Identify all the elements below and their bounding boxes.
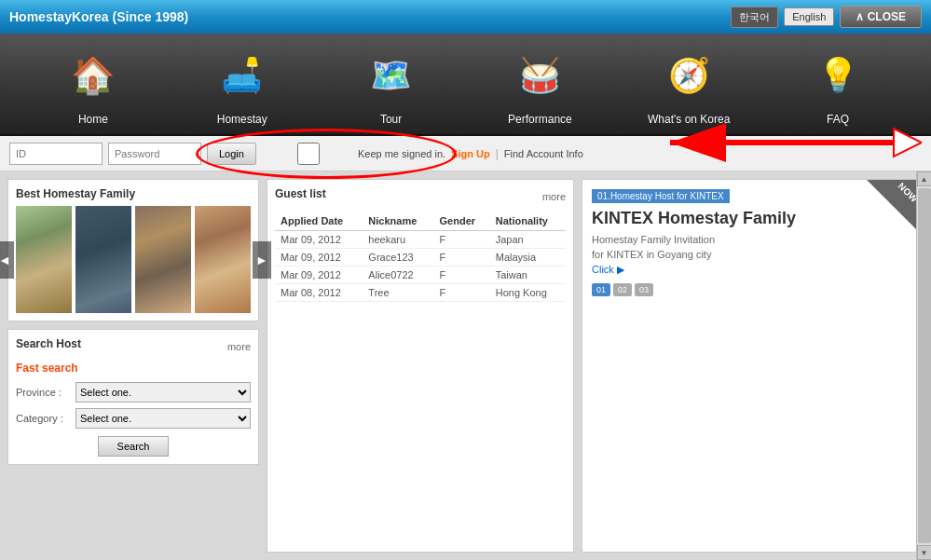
slideshow-container: ◄ ►: [16, 206, 251, 313]
table-row[interactable]: Mar 09, 2012 Grace123 F Malaysia: [275, 249, 566, 266]
search-host-header: Search Host more: [16, 337, 251, 356]
header: HomestayKorea (Since 1998) 한국어 English ∧…: [0, 0, 931, 34]
col-nickname: Nickname: [363, 212, 433, 231]
guest-table: Applied Date Nickname Gender Nationality…: [275, 212, 566, 302]
guest-list-title: Guest list: [275, 187, 326, 200]
home-icon: 🏠: [60, 42, 127, 109]
cell-nationality: Hong Kong: [490, 284, 566, 302]
login-button[interactable]: Login: [207, 143, 256, 165]
compass-icon: 🧭: [655, 42, 722, 109]
left-panel: Best Homestay Family ◄ ► Search Host: [7, 179, 259, 553]
province-row: Province : Select one. Seoul Busan Daegu…: [16, 382, 251, 403]
nav-homestay[interactable]: 🛋️ Homestay: [191, 42, 294, 126]
find-account-link[interactable]: Find Account Info: [504, 148, 583, 159]
signup-link[interactable]: Sign Up: [451, 148, 490, 159]
guest-list-header: Guest list more: [275, 187, 566, 206]
promo-dot-1[interactable]: 01: [592, 283, 610, 296]
slideshow-images: [16, 206, 251, 313]
search-submit-area: Search: [16, 436, 251, 457]
promo-dot-2[interactable]: 02: [613, 283, 632, 296]
nav-whats-on-korea[interactable]: 🧭 What's on Korea: [637, 42, 740, 126]
promo-pagination-dots: 01 02 03: [592, 283, 913, 296]
nav-tour-label: Tour: [380, 113, 402, 126]
promo-click-link[interactable]: Click ▶: [592, 264, 913, 276]
sofa-icon: 🛋️: [209, 42, 276, 109]
cell-gender: F: [434, 266, 490, 284]
nav-performance[interactable]: 🥁 Performance: [488, 42, 591, 126]
guest-list-more-link[interactable]: more: [542, 191, 566, 202]
province-label: Province :: [16, 387, 72, 398]
header-right: 한국어 English ∧ CLOSE: [731, 6, 922, 28]
nav-faq[interactable]: 💡 FAQ: [787, 42, 889, 126]
search-host-section: Search Host more Fast search Province : …: [7, 329, 259, 465]
cell-nationality: Taiwan: [490, 266, 566, 284]
col-applied-date: Applied Date: [275, 212, 363, 231]
page-wrapper: HomestayKorea (Since 1998) 한국어 English ∧…: [0, 0, 931, 560]
cell-nationality: Japan: [490, 231, 566, 249]
table-row[interactable]: Mar 09, 2012 Alice0722 F Taiwan: [275, 266, 566, 284]
slideshow-prev-button[interactable]: ◄: [0, 241, 14, 279]
cell-date: Mar 09, 2012: [275, 266, 363, 284]
promo-desc2: for KINTEX in Goyang city: [592, 249, 913, 260]
cell-nickname: Alice0722: [363, 266, 433, 284]
english-lang-button[interactable]: English: [784, 7, 834, 26]
korean-lang-button[interactable]: 한국어: [731, 7, 778, 28]
cell-date: Mar 08, 2012: [275, 284, 363, 302]
navigation: 🏠 Home 🛋️ Homestay 🗺️ Tour 🥁 Performance…: [0, 34, 931, 136]
table-row[interactable]: Mar 08, 2012 Tree F Hong Kong: [275, 284, 566, 302]
slide-image-3: [135, 206, 191, 313]
slide-image-4: [195, 206, 251, 313]
slide-image-1: [16, 206, 72, 313]
search-host-more-link[interactable]: more: [227, 341, 251, 352]
login-bar: Login Keep me signed in. Sign Up | Find …: [0, 136, 931, 171]
nav-home-label: Home: [78, 113, 108, 126]
cell-nickname: Tree: [363, 284, 433, 302]
col-nationality: Nationality: [490, 212, 566, 231]
cell-date: Mar 09, 2012: [275, 249, 363, 266]
scrollbar-down-button[interactable]: ▼: [917, 545, 932, 560]
nav-homestay-label: Homestay: [217, 113, 267, 126]
nav-home[interactable]: 🏠 Home: [42, 42, 144, 126]
promo-desc1: Homestay Family Invitation: [592, 234, 913, 245]
province-select[interactable]: Select one. Seoul Busan Daegu Incheon: [75, 382, 251, 403]
guest-table-body: Mar 09, 2012 heekaru F Japan Mar 09, 201…: [275, 231, 566, 302]
nav-tour[interactable]: 🗺️ Tour: [340, 42, 443, 126]
search-host-title: Search Host: [16, 337, 81, 350]
search-submit-button[interactable]: Search: [98, 436, 170, 457]
scrollbar-thumb[interactable]: [918, 188, 931, 543]
guest-table-header-row: Applied Date Nickname Gender Nationality: [275, 212, 566, 231]
guest-table-head: Applied Date Nickname Gender Nationality: [275, 212, 566, 231]
promo-tag: 01.Homestay Host for KINTEX: [592, 189, 730, 203]
col-gender: Gender: [434, 212, 490, 231]
slideshow-title: Best Homestay Family: [16, 187, 251, 200]
category-row: Category : Select one. Family Student Bu…: [16, 408, 251, 429]
slide-image-2: [75, 206, 131, 313]
password-input[interactable]: [108, 143, 201, 165]
main-content: Best Homestay Family ◄ ► Search Host: [0, 171, 931, 560]
keep-signed-label: Keep me signed in.: [262, 143, 445, 165]
nav-faq-label: FAQ: [827, 113, 849, 126]
fast-search-title: Fast search: [16, 362, 251, 375]
slideshow-section: Best Homestay Family ◄ ►: [7, 179, 259, 321]
close-button[interactable]: ∧ CLOSE: [840, 6, 922, 28]
right-panel: NOW 01.Homestay Host for KINTEX KINTEX H…: [582, 179, 924, 553]
cell-gender: F: [434, 249, 490, 266]
cell-nickname: Grace123: [363, 249, 433, 266]
promo-section: NOW 01.Homestay Host for KINTEX KINTEX H…: [582, 179, 924, 553]
nav-whats-on-korea-label: What's on Korea: [648, 113, 730, 126]
lightbulb-icon: 💡: [804, 42, 871, 109]
scrollbar-up-button[interactable]: ▲: [917, 171, 932, 186]
nav-performance-label: Performance: [508, 113, 572, 126]
category-select[interactable]: Select one. Family Student Business: [75, 408, 251, 429]
separator: |: [496, 147, 499, 160]
table-row[interactable]: Mar 09, 2012 heekaru F Japan: [275, 231, 566, 249]
promo-title: KINTEX Homestay Family: [592, 209, 913, 228]
slideshow-next-button[interactable]: ►: [253, 241, 271, 279]
cell-nationality: Malaysia: [490, 249, 566, 266]
username-input[interactable]: [9, 143, 103, 165]
category-label: Category :: [16, 413, 72, 424]
guest-list-section: Guest list more Applied Date Nickname Ge…: [267, 179, 574, 553]
keep-signed-checkbox[interactable]: [262, 143, 355, 165]
now-badge-triangle: [867, 180, 923, 236]
promo-dot-3[interactable]: 03: [635, 283, 653, 296]
